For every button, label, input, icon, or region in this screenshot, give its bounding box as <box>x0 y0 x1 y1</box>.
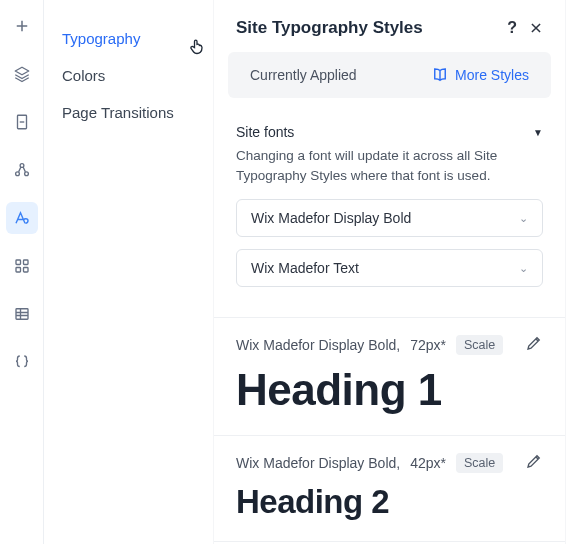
edit-type-button[interactable] <box>525 452 543 473</box>
type-font-name: Wix Madefor Display Bold <box>236 337 400 353</box>
site-fonts-section: Site fonts ▼ Changing a font will update… <box>214 102 565 318</box>
help-button[interactable]: ? <box>507 19 517 37</box>
panel-title: Site Typography Styles <box>236 18 423 38</box>
type-font-name: Wix Madefor Display Bold <box>236 455 400 471</box>
more-styles-label: More Styles <box>455 67 529 83</box>
svg-rect-6 <box>16 268 21 273</box>
svg-point-2 <box>15 172 19 176</box>
type-style-meta: Wix Madefor Display Bold 72px* Scale <box>236 334 543 355</box>
chevron-down-icon: ⌄ <box>519 262 528 275</box>
close-icon <box>529 21 543 35</box>
subnav-colors[interactable]: Colors <box>44 57 213 94</box>
svg-point-1 <box>20 164 24 168</box>
typography-icon <box>13 209 31 227</box>
site-fonts-description: Changing a font will update it across al… <box>236 146 543 185</box>
subnav-label: Colors <box>62 67 105 84</box>
layers-icon <box>13 65 31 83</box>
typography-panel: Site Typography Styles ? Currently Appli… <box>214 0 566 544</box>
rail-code[interactable] <box>6 346 38 378</box>
edit-type-button[interactable] <box>525 334 543 355</box>
svg-rect-8 <box>16 309 28 320</box>
pencil-icon <box>525 334 543 352</box>
rail-layers[interactable] <box>6 58 38 90</box>
book-icon <box>431 66 449 84</box>
type-sample-heading-1: Heading 1 <box>236 365 543 415</box>
svg-rect-5 <box>23 260 28 265</box>
rail-add[interactable] <box>6 10 38 42</box>
caret-down-icon: ▼ <box>533 127 543 138</box>
table-icon <box>13 305 31 323</box>
type-sample-heading-2: Heading 2 <box>236 483 543 521</box>
site-fonts-heading: Site fonts <box>236 124 294 140</box>
rail-apps[interactable] <box>6 250 38 282</box>
close-button[interactable] <box>529 21 543 35</box>
chevron-down-icon: ⌄ <box>519 212 528 225</box>
more-styles-link[interactable]: More Styles <box>431 66 529 84</box>
braces-icon <box>13 353 31 371</box>
type-style-row: Wix Madefor Display Bold 72px* Scale Hea… <box>214 318 565 436</box>
type-style-meta: Wix Madefor Display Bold 42px* Scale <box>236 452 543 473</box>
rail-site-structure[interactable] <box>6 154 38 186</box>
page-icon <box>13 113 31 131</box>
font-select-primary[interactable]: Wix Madefor Display Bold ⌄ <box>236 199 543 237</box>
currently-applied-label: Currently Applied <box>250 67 357 83</box>
type-font-size: 42px* <box>410 455 446 471</box>
site-fonts-toggle[interactable]: Site fonts ▼ <box>236 112 543 146</box>
font-select-value: Wix Madefor Display Bold <box>251 210 411 226</box>
design-subnav: Typography Colors Page Transitions <box>44 0 214 544</box>
panel-header-actions: ? <box>507 19 543 37</box>
currently-applied-row: Currently Applied More Styles <box>228 52 551 98</box>
grid-icon <box>13 257 31 275</box>
subnav-label: Typography <box>62 30 140 47</box>
svg-rect-7 <box>23 268 28 273</box>
panel-header: Site Typography Styles ? <box>214 0 565 52</box>
type-style-row: Wix Madefor Display Bold 42px* Scale Hea… <box>214 436 565 542</box>
subnav-label: Page Transitions <box>62 104 174 121</box>
svg-rect-4 <box>16 260 21 265</box>
plus-icon <box>13 17 31 35</box>
cursor-hand-icon <box>187 36 207 56</box>
nodes-icon <box>13 161 31 179</box>
svg-point-3 <box>24 172 28 176</box>
type-font-size: 72px* <box>410 337 446 353</box>
font-select-value: Wix Madefor Text <box>251 260 359 276</box>
tool-rail <box>0 0 44 544</box>
pencil-icon <box>525 452 543 470</box>
subnav-typography[interactable]: Typography <box>44 20 213 57</box>
scale-tag[interactable]: Scale <box>456 335 503 355</box>
scale-tag[interactable]: Scale <box>456 453 503 473</box>
rail-pages[interactable] <box>6 106 38 138</box>
rail-data[interactable] <box>6 298 38 330</box>
rail-typography[interactable] <box>6 202 38 234</box>
font-select-secondary[interactable]: Wix Madefor Text ⌄ <box>236 249 543 287</box>
subnav-page-transitions[interactable]: Page Transitions <box>44 94 213 131</box>
